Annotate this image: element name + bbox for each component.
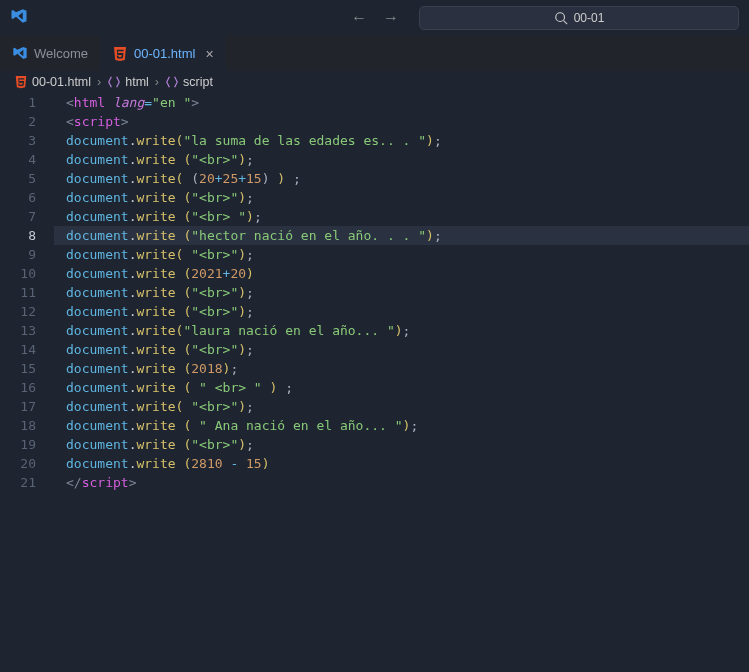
nav-forward-icon[interactable]: → bbox=[379, 7, 403, 29]
tab-file-active[interactable]: 00-01.html × bbox=[100, 35, 226, 71]
code-line: document.write ("<br> "); bbox=[66, 207, 749, 226]
chevron-right-icon: › bbox=[155, 75, 159, 89]
search-text: 00-01 bbox=[574, 11, 605, 25]
code-line: document.write("laura nació en el año...… bbox=[66, 321, 749, 340]
code-area[interactable]: <html lang="en "> <script> document.writ… bbox=[54, 93, 749, 492]
code-line: document.write ("<br>"); bbox=[66, 150, 749, 169]
code-line: document.write ( " <br> " ) ; bbox=[66, 378, 749, 397]
breadcrumb-file[interactable]: 00-01.html bbox=[32, 75, 91, 89]
code-line: document.write ("<br>"); bbox=[66, 340, 749, 359]
editor-tabs: Welcome 00-01.html × bbox=[0, 35, 749, 71]
line-number: 6 bbox=[0, 188, 36, 207]
line-number: 9 bbox=[0, 245, 36, 264]
titlebar: ← → 00-01 bbox=[0, 0, 749, 35]
code-line: </script> bbox=[66, 473, 749, 492]
code-line: document.write( (20+25+15) ) ; bbox=[66, 169, 749, 188]
line-number: 18 bbox=[0, 416, 36, 435]
line-number: 12 bbox=[0, 302, 36, 321]
html5-icon bbox=[14, 75, 28, 89]
code-line: document.write( "<br>"); bbox=[66, 245, 749, 264]
code-line: document.write (2810 - 15) bbox=[66, 454, 749, 473]
code-line: <html lang="en "> bbox=[66, 93, 749, 112]
code-line: <script> bbox=[66, 112, 749, 131]
code-line: document.write( "<br>"); bbox=[66, 397, 749, 416]
line-number: 20 bbox=[0, 454, 36, 473]
vscode-logo bbox=[10, 7, 28, 28]
line-number: 14 bbox=[0, 340, 36, 359]
breadcrumbs[interactable]: 00-01.html › html › script bbox=[0, 71, 749, 93]
breadcrumb-html[interactable]: html bbox=[125, 75, 149, 89]
breadcrumb-script[interactable]: script bbox=[183, 75, 213, 89]
line-number-gutter: 1 2 3 4 5 6 7 8 9 10 11 12 13 14 15 16 1… bbox=[0, 93, 54, 492]
nav-back-icon[interactable]: ← bbox=[347, 7, 371, 29]
line-number: 17 bbox=[0, 397, 36, 416]
close-icon[interactable]: × bbox=[205, 46, 213, 62]
vscode-icon bbox=[12, 45, 28, 61]
code-line-current: document.write ("hector nació en el año.… bbox=[54, 226, 749, 245]
html5-icon bbox=[112, 46, 128, 62]
line-number: 15 bbox=[0, 359, 36, 378]
code-line: document.write ("<br>"); bbox=[66, 435, 749, 454]
code-line: document.write ("<br>"); bbox=[66, 302, 749, 321]
tab-label: Welcome bbox=[34, 46, 88, 61]
line-number: 21 bbox=[0, 473, 36, 492]
tab-label: 00-01.html bbox=[134, 46, 195, 61]
line-number: 3 bbox=[0, 131, 36, 150]
line-number-current: 8 bbox=[0, 226, 36, 245]
line-number: 2 bbox=[0, 112, 36, 131]
line-number: 16 bbox=[0, 378, 36, 397]
tab-welcome[interactable]: Welcome bbox=[0, 35, 100, 71]
line-number: 10 bbox=[0, 264, 36, 283]
line-number: 19 bbox=[0, 435, 36, 454]
line-number: 7 bbox=[0, 207, 36, 226]
svg-line-1 bbox=[563, 20, 567, 24]
code-line: document.write ("<br>"); bbox=[66, 188, 749, 207]
command-center-search[interactable]: 00-01 bbox=[419, 6, 739, 30]
editor[interactable]: 1 2 3 4 5 6 7 8 9 10 11 12 13 14 15 16 1… bbox=[0, 93, 749, 492]
code-line: document.write("la suma de las edades es… bbox=[66, 131, 749, 150]
line-number: 1 bbox=[0, 93, 36, 112]
line-number: 13 bbox=[0, 321, 36, 340]
line-number: 11 bbox=[0, 283, 36, 302]
chevron-right-icon: › bbox=[97, 75, 101, 89]
line-number: 4 bbox=[0, 150, 36, 169]
search-icon bbox=[554, 11, 568, 25]
brackets-icon bbox=[165, 75, 179, 89]
line-number: 5 bbox=[0, 169, 36, 188]
code-line: document.write (2021+20) bbox=[66, 264, 749, 283]
code-line: document.write ( " Ana nació en el año..… bbox=[66, 416, 749, 435]
svg-point-0 bbox=[555, 12, 564, 21]
code-line: document.write (2018); bbox=[66, 359, 749, 378]
code-line: document.write ("<br>"); bbox=[66, 283, 749, 302]
brackets-icon bbox=[107, 75, 121, 89]
